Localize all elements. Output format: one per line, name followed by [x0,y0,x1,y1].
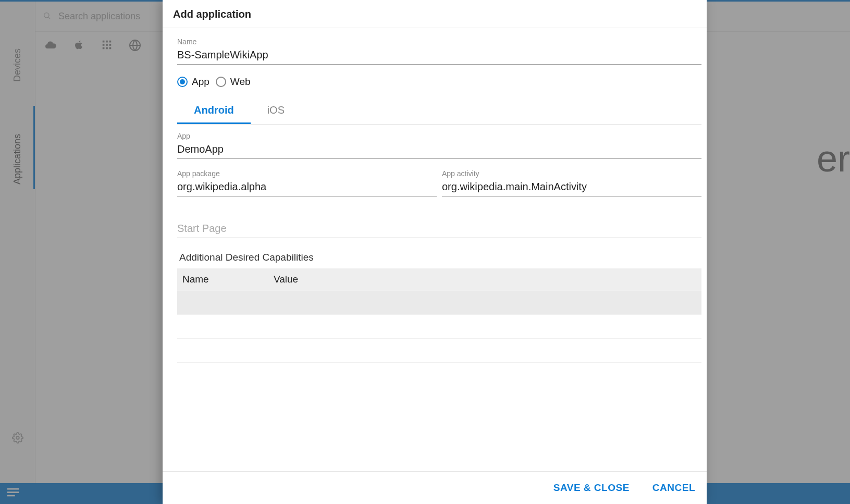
dialog-title: Add application [173,8,696,20]
app-activity-input[interactable] [442,179,701,196]
tab-android[interactable]: Android [177,97,251,124]
radio-circle-icon [177,77,188,87]
dialog-header: Add application [163,0,707,28]
table-row[interactable] [177,291,701,315]
radio-web-label: Web [230,76,251,88]
col-header-value: Value [268,268,701,291]
col-header-name: Name [177,268,268,291]
app-input[interactable] [177,141,701,159]
app-label: App [177,132,701,140]
table-row[interactable] [177,315,701,339]
app-activity-label: App activity [442,169,701,178]
dialog-footer: SAVE & CLOSE CANCEL [163,471,707,504]
dialog-body: Name App Web Android iOS App App package [163,28,707,471]
cancel-button[interactable]: CANCEL [652,482,695,494]
radio-circle-icon [216,77,226,87]
save-close-button[interactable]: SAVE & CLOSE [553,482,630,494]
capabilities-table: Name Value [177,268,701,387]
capabilities-title: Additional Desired Capabilities [179,252,701,263]
app-package-label: App package [177,169,437,178]
radio-app-label: App [192,76,210,88]
table-row[interactable] [177,339,701,363]
platform-tabs: Android iOS [177,97,701,125]
radio-app[interactable]: App [177,76,210,88]
tab-ios[interactable]: iOS [251,97,301,124]
radio-web[interactable]: Web [216,76,251,88]
start-page-input[interactable] [177,220,701,238]
name-input[interactable] [177,47,701,65]
name-label: Name [177,38,701,46]
table-row[interactable] [177,363,701,387]
app-package-input[interactable] [177,179,437,196]
type-radio-group: App Web [177,76,701,88]
add-application-dialog: Add application Name App Web Android iOS… [163,0,707,504]
